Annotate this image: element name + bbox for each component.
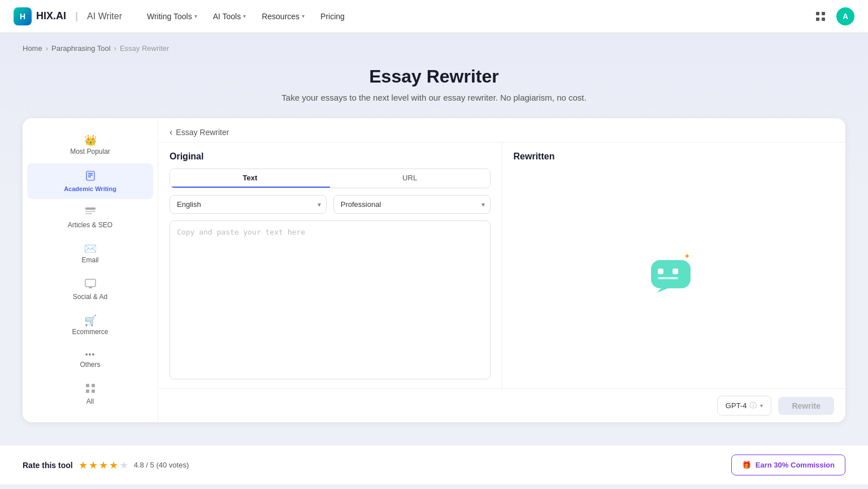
grid-all-icon xyxy=(85,383,96,395)
svg-rect-1 xyxy=(822,12,825,15)
sidebar-item-label: Ecommerce xyxy=(72,328,108,336)
sidebar-item-label: Most Popular xyxy=(70,148,110,155)
sidebar-item-social-ad[interactable]: Social & Ad xyxy=(27,272,153,308)
crown-icon: 👑 xyxy=(84,135,97,145)
svg-rect-20 xyxy=(658,269,663,274)
style-select[interactable]: Professional Casual Academic xyxy=(333,195,491,214)
star-1: ★ xyxy=(79,459,88,471)
star-5: ★ xyxy=(119,459,128,471)
svg-rect-0 xyxy=(816,12,819,15)
two-col-layout: Original Text URL English Spanish French xyxy=(158,142,845,388)
grid-icon[interactable] xyxy=(811,7,830,25)
gpt-selector[interactable]: GPT-4 ⓘ ▾ xyxy=(717,396,772,416)
sidebar-item-academic-writing[interactable]: Academic Writing xyxy=(27,163,153,199)
svg-rect-3 xyxy=(822,18,825,21)
rewrite-button[interactable]: Rewrite xyxy=(778,397,834,415)
sidebar-item-label: Academic Writing xyxy=(64,185,116,192)
breadcrumb-home[interactable]: Home xyxy=(23,44,42,53)
selects-row: English Spanish French Professional Casu… xyxy=(170,195,491,214)
svg-rect-10 xyxy=(85,213,92,214)
sidebar-item-label: Social & Ad xyxy=(73,293,107,301)
tab-text[interactable]: Text xyxy=(170,169,330,188)
rating-text: 4.8 / 5 (40 votes) xyxy=(134,461,189,469)
chevron-down-icon: ▾ xyxy=(243,13,246,19)
svg-rect-4 xyxy=(86,171,94,180)
nav-writing-tools[interactable]: Writing Tools ▾ xyxy=(140,7,204,25)
style-select-wrapper: Professional Casual Academic xyxy=(333,195,491,214)
page-background: Home › Paraphrasing Tool › Essay Rewrite… xyxy=(0,33,868,445)
gift-icon: 🎁 xyxy=(742,461,751,469)
panel-header: ‹ Essay Rewriter xyxy=(158,118,845,142)
svg-rect-12 xyxy=(89,287,92,288)
nav-items: Writing Tools ▾ AI Tools ▾ Resources ▾ P… xyxy=(140,7,811,25)
navbar: H HIX.AI | AI Writer Writing Tools ▾ AI … xyxy=(0,0,868,33)
language-select[interactable]: English Spanish French xyxy=(170,195,327,214)
sidebar-item-ecommerce[interactable]: 🛒 Ecommerce xyxy=(27,309,153,343)
sidebar-item-label: Email xyxy=(81,256,98,264)
breadcrumb: Home › Paraphrasing Tool › Essay Rewrite… xyxy=(23,44,845,53)
logo-icon: H xyxy=(14,7,32,25)
breadcrumb-sep: › xyxy=(46,44,48,53)
star-rating: ★ ★ ★ ★ ★ xyxy=(79,459,128,471)
tool-card: 👑 Most Popular Academic Writing xyxy=(23,118,845,422)
nav-right: A xyxy=(811,7,854,25)
star-2: ★ xyxy=(89,459,98,471)
articles-icon xyxy=(85,207,96,219)
panel-title: Essay Rewriter xyxy=(176,128,229,137)
tab-url[interactable]: URL xyxy=(330,169,490,188)
svg-rect-11 xyxy=(85,279,96,287)
sidebar-item-most-popular[interactable]: 👑 Most Popular xyxy=(27,128,153,162)
original-column: Original Text URL English Spanish French xyxy=(158,142,502,388)
breadcrumb-current: Essay Rewriter xyxy=(120,44,169,53)
avatar[interactable]: A xyxy=(836,7,854,25)
svg-rect-8 xyxy=(85,207,96,210)
page-title: Essay Rewriter xyxy=(23,66,845,87)
sidebar-item-label: Others xyxy=(80,361,100,369)
rewritten-placeholder: ✦ ✦ xyxy=(514,168,835,379)
breadcrumb-parent[interactable]: Paraphrasing Tool xyxy=(51,44,111,53)
commission-label: Earn 30% Commission xyxy=(756,461,835,469)
svg-rect-9 xyxy=(85,211,96,212)
sidebar-item-all[interactable]: All xyxy=(27,377,153,412)
input-tabs: Text URL xyxy=(170,168,491,188)
logo-product: AI Writer xyxy=(87,11,122,21)
rate-label: Rate this tool xyxy=(23,461,73,470)
logo-separator: | xyxy=(75,10,78,22)
language-select-wrapper: English Spanish French xyxy=(170,195,327,214)
sidebar-item-others[interactable]: ••• Others xyxy=(27,344,153,375)
rewritten-column: Rewritten ✦ ✦ xyxy=(502,142,846,388)
svg-rect-22 xyxy=(658,277,678,279)
gpt-label: GPT-4 xyxy=(726,401,747,410)
nav-pricing[interactable]: Pricing xyxy=(314,7,351,25)
info-icon: ⓘ xyxy=(750,401,757,410)
sidebar: 👑 Most Popular Academic Writing xyxy=(23,118,158,422)
hero-subtitle: Take your essays to the next level with … xyxy=(23,93,845,102)
svg-rect-16 xyxy=(92,390,95,393)
chevron-down-icon: ▾ xyxy=(760,403,763,409)
text-input[interactable] xyxy=(170,220,491,379)
star-4: ★ xyxy=(109,459,118,471)
commission-button[interactable]: 🎁 Earn 30% Commission xyxy=(731,455,845,475)
nav-ai-tools[interactable]: AI Tools ▾ xyxy=(206,7,253,25)
bottom-bar: GPT-4 ⓘ ▾ Rewrite xyxy=(158,388,845,422)
back-button[interactable]: ‹ Essay Rewriter xyxy=(170,127,229,137)
sidebar-item-articles-seo[interactable]: Articles & SEO xyxy=(27,200,153,236)
bot-icon: ✦ ✦ xyxy=(645,249,702,300)
original-title: Original xyxy=(170,152,491,162)
clipboard-icon xyxy=(85,170,96,183)
sidebar-item-email[interactable]: ✉️ Email xyxy=(27,237,153,271)
svg-rect-21 xyxy=(672,269,678,274)
logo[interactable]: H HIX.AI | AI Writer xyxy=(14,7,122,25)
svg-rect-15 xyxy=(86,390,89,393)
star-3: ★ xyxy=(99,459,108,471)
ellipsis-icon: ••• xyxy=(85,350,96,358)
sidebar-item-label: Articles & SEO xyxy=(68,221,112,229)
logo-text: HIX.AI xyxy=(36,10,66,22)
back-arrow-icon: ‹ xyxy=(170,127,172,137)
rewritten-title: Rewritten xyxy=(514,152,835,162)
rating-section: Rate this tool ★ ★ ★ ★ ★ 4.8 / 5 (40 vot… xyxy=(23,459,189,471)
svg-rect-2 xyxy=(816,18,819,21)
svg-text:✦: ✦ xyxy=(684,252,691,261)
svg-rect-5 xyxy=(88,173,93,174)
nav-resources[interactable]: Resources ▾ xyxy=(255,7,311,25)
